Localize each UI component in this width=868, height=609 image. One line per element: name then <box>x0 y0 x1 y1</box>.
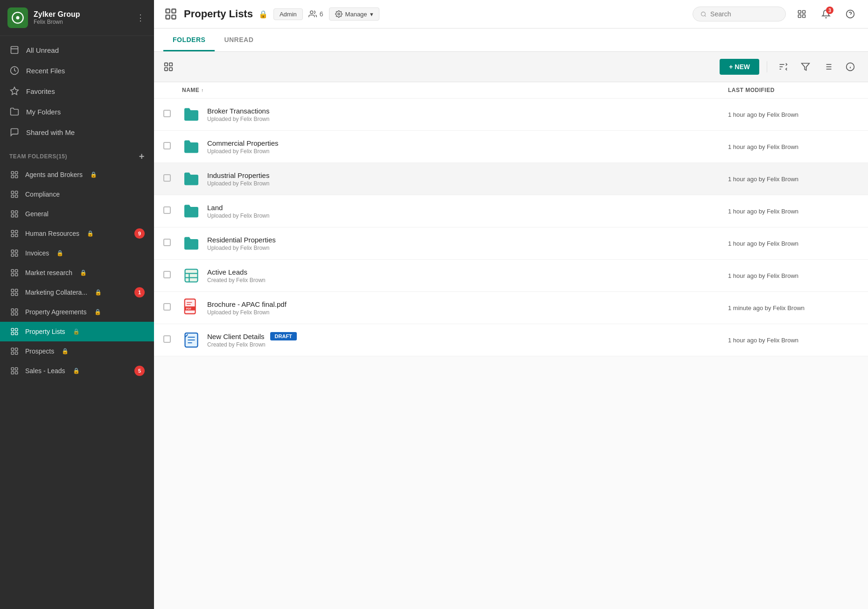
apps-grid-button[interactable] <box>793 6 810 22</box>
admin-badge[interactable]: Admin <box>273 8 303 20</box>
file-row[interactable]: Active Leads Created by Felix Brown 1 ho… <box>154 260 868 292</box>
svg-rect-61 <box>803 15 805 18</box>
svg-rect-65 <box>169 63 172 66</box>
svg-rect-53 <box>172 15 175 19</box>
file-name-block: Broker Transactions Uploaded by Felix Br… <box>207 107 269 122</box>
add-team-folder-button[interactable]: + <box>139 152 145 161</box>
svg-rect-19 <box>15 230 18 233</box>
filter-button[interactable] <box>797 58 814 75</box>
svg-rect-27 <box>15 269 18 272</box>
file-row[interactable]: Land Uploaded by Felix Brown 1 hour ago … <box>154 195 868 227</box>
row-checkbox[interactable] <box>163 206 182 216</box>
svg-rect-11 <box>15 191 18 193</box>
folder-label: Prospects <box>25 347 54 355</box>
notifications-button[interactable]: 3 <box>818 6 834 22</box>
manage-chevron-icon: ▾ <box>370 11 373 18</box>
tab-unread[interactable]: UNREAD <box>215 28 263 51</box>
lock-icon: 🔒 <box>95 289 102 296</box>
row-checkbox[interactable] <box>163 303 182 312</box>
row-checkbox[interactable] <box>163 174 182 184</box>
row-name-col: PDF Brochure - APAC final.pdf Uploaded b… <box>182 298 728 317</box>
topbar-folder-icon <box>163 7 178 21</box>
lock-icon: 🔒 <box>73 368 80 374</box>
svg-rect-35 <box>15 309 18 311</box>
sidebar-item-my-folders[interactable]: My Folders <box>0 101 154 122</box>
sidebar-item-prospects[interactable]: Prospects 🔒 <box>0 341 154 361</box>
modified-col: 1 hour ago by Felix Brown <box>728 111 859 118</box>
search-box[interactable] <box>693 7 786 21</box>
file-row[interactable]: Commercial Properties Uploaded by Felix … <box>154 131 868 163</box>
modified-col: 1 hour ago by Felix Brown <box>728 143 859 150</box>
svg-point-56 <box>701 12 706 16</box>
svg-rect-22 <box>11 250 14 252</box>
svg-rect-40 <box>11 333 14 335</box>
svg-rect-43 <box>15 348 18 350</box>
row-name-col: New Client Details DRAFT Created by Feli… <box>182 331 728 349</box>
folder-label: Marketing Collatera... <box>25 289 87 296</box>
lock-icon: 🔒 <box>56 250 63 256</box>
svg-rect-30 <box>11 289 14 291</box>
tab-folders[interactable]: FOLDERS <box>163 28 215 51</box>
sort-az-button[interactable] <box>775 58 791 75</box>
team-folder-icon <box>9 170 20 180</box>
sidebar-item-market-research[interactable]: Market research 🔒 <box>0 263 154 283</box>
view-toggle-button[interactable] <box>819 58 836 75</box>
row-checkbox[interactable] <box>163 110 182 119</box>
content-area: + NEW <box>154 52 868 609</box>
info-button[interactable] <box>842 58 859 75</box>
folder-label: Market research <box>25 269 72 276</box>
row-checkbox[interactable] <box>163 239 182 248</box>
tabs-bar: FOLDERS UNREAD <box>154 28 868 52</box>
search-input[interactable] <box>710 10 778 18</box>
manage-button[interactable]: Manage ▾ <box>329 7 379 21</box>
file-row[interactable]: PDF Brochure - APAC final.pdf Uploaded b… <box>154 292 868 324</box>
row-name-col: Commercial Properties Uploaded by Felix … <box>182 137 728 156</box>
sidebar-menu-button[interactable]: ⋮ <box>134 11 147 25</box>
row-checkbox[interactable] <box>163 271 182 280</box>
sidebar-item-recent-files[interactable]: Recent Files <box>0 60 154 81</box>
row-checkbox[interactable] <box>163 142 182 151</box>
svg-marker-5 <box>11 87 19 95</box>
header-name-col[interactable]: NAME ↑ <box>182 87 728 93</box>
help-button[interactable] <box>842 6 859 22</box>
new-button[interactable]: + NEW <box>720 59 759 75</box>
members-count: 6 <box>320 10 323 18</box>
sidebar-item-favorites[interactable]: Favorites <box>0 81 154 101</box>
sidebar-item-marketing-collateral[interactable]: Marketing Collatera... 🔒 1 <box>0 283 154 302</box>
sidebar-item-sales-leads[interactable]: Sales - Leads 🔒 5 <box>0 361 154 381</box>
file-row[interactable]: Broker Transactions Uploaded by Felix Br… <box>154 99 868 131</box>
modified-col: 1 hour ago by Felix Brown <box>728 208 859 215</box>
sidebar-item-shared-with-me[interactable]: Shared with Me <box>0 122 154 142</box>
svg-rect-20 <box>11 234 14 237</box>
folder-label: Sales - Leads <box>25 367 65 375</box>
file-row[interactable]: Residential Properties Uploaded by Felix… <box>154 227 868 260</box>
svg-rect-58 <box>798 11 801 14</box>
manage-label: Manage <box>345 11 367 18</box>
lock-icon: 🔒 <box>90 171 97 178</box>
svg-rect-28 <box>11 274 14 276</box>
breadcrumb <box>163 62 714 72</box>
sidebar-item-agents-brokers[interactable]: Agents and Brokers 🔒 <box>0 165 154 184</box>
svg-rect-59 <box>803 11 805 14</box>
sidebar-item-invoices[interactable]: Invoices 🔒 <box>0 243 154 263</box>
gear-icon <box>335 10 343 18</box>
sidebar-item-property-lists[interactable]: Property Lists 🔒 <box>0 322 154 341</box>
draft-badge: DRAFT <box>270 332 297 340</box>
svg-rect-85 <box>185 299 196 313</box>
shared-icon <box>9 127 20 137</box>
file-row[interactable]: Industrial Properties Uploaded by Felix … <box>154 163 868 195</box>
sidebar: Zylker Group Felix Brown ⋮ All Unread Re… <box>0 0 154 609</box>
sidebar-item-all-unread[interactable]: All Unread <box>0 40 154 60</box>
sidebar-item-compliance[interactable]: Compliance <box>0 184 154 204</box>
title-lock-icon: 🔒 <box>259 10 268 19</box>
row-checkbox[interactable] <box>163 335 182 345</box>
folder-label: Property Lists <box>25 328 65 335</box>
file-row[interactable]: New Client Details DRAFT Created by Feli… <box>154 324 868 356</box>
svg-rect-33 <box>15 293 18 296</box>
sidebar-item-human-resources[interactable]: Human Resources 🔒 9 <box>0 224 154 243</box>
topbar: Property Lists 🔒 Admin 6 Manage ▾ <box>154 0 868 28</box>
modified-col: 1 hour ago by Felix Brown <box>728 240 859 247</box>
sidebar-item-general[interactable]: General <box>0 204 154 224</box>
lock-icon: 🔒 <box>62 348 69 354</box>
sidebar-item-property-agreements[interactable]: Property Agreements 🔒 <box>0 302 154 322</box>
